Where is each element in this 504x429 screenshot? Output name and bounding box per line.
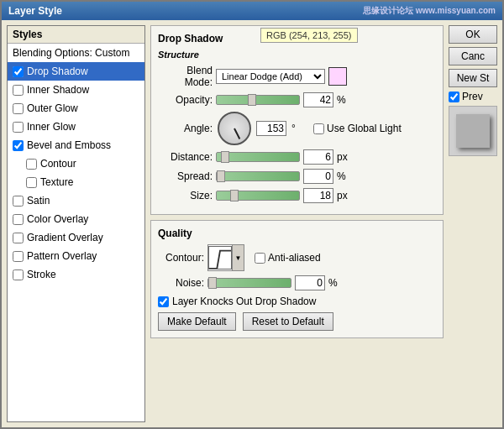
quality-title: Quality xyxy=(158,228,436,239)
style-label-pattern-overlay: Pattern Overlay xyxy=(27,249,97,264)
make-default-button[interactable]: Make Default xyxy=(158,312,236,331)
style-item-color-overlay[interactable]: Color Overlay xyxy=(8,210,144,228)
style-item-contour[interactable]: Contour xyxy=(8,154,144,173)
opacity-unit: % xyxy=(337,94,354,106)
color-swatch[interactable] xyxy=(328,67,347,86)
preview-box xyxy=(449,106,497,156)
reset-to-default-button[interactable]: Reset to Default xyxy=(243,312,333,331)
noise-label: Noise: xyxy=(158,277,204,289)
contour-dropdown-btn[interactable]: ▼ xyxy=(232,245,244,270)
preview-checkbox[interactable] xyxy=(449,92,459,102)
spread-row: Spread: % xyxy=(158,169,436,184)
quality-section: Quality Contour: ▼ Anti-alia xyxy=(150,220,444,338)
style-item-texture[interactable]: Texture xyxy=(8,173,144,191)
style-item-satin[interactable]: Satin xyxy=(8,191,144,210)
style-item-stroke[interactable]: Stroke xyxy=(8,265,144,284)
style-item-gradient-overlay[interactable]: Gradient Overlay xyxy=(8,228,144,247)
style-checkbox-contour[interactable] xyxy=(26,159,37,170)
ok-button[interactable]: OK xyxy=(449,25,497,44)
style-label-drop-shadow: Drop Shadow xyxy=(27,64,88,79)
contour-label: Contour: xyxy=(158,252,204,264)
distance-row: Distance: px xyxy=(158,149,436,165)
style-label-bevel-emboss: Bevel and Emboss xyxy=(27,138,111,153)
blend-mode-select[interactable]: Linear Dodge (Add) Normal Multiply Scree… xyxy=(216,69,325,84)
watermark: 思缘设计论坛 www.missyuan.com xyxy=(363,5,496,17)
noise-slider[interactable] xyxy=(207,278,291,288)
opacity-label: Opacity: xyxy=(158,94,213,106)
title-bar: Layer Style 思缘设计论坛 www.missyuan.com xyxy=(2,2,502,20)
style-item-pattern-overlay[interactable]: Pattern Overlay xyxy=(8,247,144,265)
size-slider[interactable] xyxy=(216,191,300,201)
size-row: Size: px xyxy=(158,188,436,203)
spread-label: Spread: xyxy=(158,170,213,182)
distance-slider[interactable] xyxy=(216,152,300,162)
blend-mode-row: Blend Mode: Linear Dodge (Add) Normal Mu… xyxy=(158,65,436,88)
opacity-input[interactable] xyxy=(303,92,333,107)
anti-aliased-label: Anti-aliased xyxy=(255,252,321,264)
layer-knocks-row: Layer Knocks Out Drop Shadow xyxy=(158,296,436,307)
style-label-inner-glow: Inner Glow xyxy=(27,119,76,134)
bottom-buttons: Make Default Reset to Default xyxy=(158,312,436,331)
anti-aliased-text: Anti-aliased xyxy=(268,252,321,264)
preview-check-row: Prev xyxy=(449,91,497,102)
cancel-button[interactable]: Canc xyxy=(449,47,497,65)
spread-input[interactable] xyxy=(303,169,333,184)
style-item-inner-shadow[interactable]: Inner Shadow xyxy=(8,81,144,99)
angle-input[interactable] xyxy=(256,121,286,136)
preview-label: Prev xyxy=(462,91,483,102)
style-item-inner-glow[interactable]: Inner Glow xyxy=(8,118,144,136)
size-input[interactable] xyxy=(303,188,333,203)
style-checkbox-pattern-overlay[interactable] xyxy=(13,251,24,262)
style-label-blending-options: Blending Options: Custom xyxy=(13,45,129,60)
spread-slider[interactable] xyxy=(216,171,300,181)
opacity-slider[interactable] xyxy=(216,95,300,105)
style-checkbox-drop-shadow[interactable] xyxy=(13,66,24,77)
style-checkbox-color-overlay[interactable] xyxy=(13,214,24,225)
style-checkbox-texture[interactable] xyxy=(26,177,37,188)
spread-unit: % xyxy=(337,170,354,182)
distance-input[interactable] xyxy=(303,149,333,165)
layer-knocks-label: Layer Knocks Out Drop Shadow xyxy=(172,296,316,307)
noise-input[interactable] xyxy=(295,275,325,290)
style-checkbox-outer-glow[interactable] xyxy=(13,103,24,114)
angle-row: Angle: ° Use Global Light xyxy=(158,112,436,145)
style-label-stroke: Stroke xyxy=(27,267,56,282)
opacity-row: Opacity: % xyxy=(158,92,436,107)
styles-list: Blending Options: CustomDrop ShadowInner… xyxy=(8,44,144,421)
style-label-texture: Texture xyxy=(40,175,73,190)
style-item-blending-options[interactable]: Blending Options: Custom xyxy=(8,44,144,62)
angle-label: Angle: xyxy=(158,123,213,134)
style-item-bevel-emboss[interactable]: Bevel and Emboss xyxy=(8,136,144,154)
style-checkbox-stroke[interactable] xyxy=(13,269,24,280)
noise-row: Noise: % xyxy=(158,275,436,290)
size-slider-container: px xyxy=(216,188,354,203)
drop-shadow-section: Drop Shadow Structure RGB (254, 213, 255… xyxy=(150,25,444,215)
style-checkbox-inner-shadow[interactable] xyxy=(13,85,24,96)
contour-select-wrap[interactable]: ▼ xyxy=(207,244,244,271)
noise-unit: % xyxy=(328,277,345,289)
style-item-outer-glow[interactable]: Outer Glow xyxy=(8,99,144,118)
blend-mode-label: Blend Mode: xyxy=(158,65,213,88)
anti-aliased-checkbox[interactable] xyxy=(255,253,265,264)
global-light-checkbox-label: Use Global Light xyxy=(313,123,402,134)
angle-needle xyxy=(234,128,240,139)
panels-area: Drop Shadow Structure RGB (254, 213, 255… xyxy=(150,25,444,422)
style-checkbox-bevel-emboss[interactable] xyxy=(13,140,24,151)
global-light-checkbox[interactable] xyxy=(313,123,324,134)
drop-shadow-title: Drop Shadow xyxy=(158,33,436,44)
layer-knocks-checkbox[interactable] xyxy=(158,296,169,307)
distance-slider-container: px xyxy=(216,149,354,165)
style-label-satin: Satin xyxy=(27,193,50,208)
style-checkbox-satin[interactable] xyxy=(13,196,24,207)
style-label-inner-shadow: Inner Shadow xyxy=(27,82,89,97)
action-buttons-col: OK Canc New St Prev xyxy=(449,25,497,422)
angle-dial[interactable] xyxy=(218,112,251,145)
style-checkbox-gradient-overlay[interactable] xyxy=(13,233,24,243)
structure-title: Structure xyxy=(158,50,436,60)
new-style-button[interactable]: New St xyxy=(449,69,497,87)
size-unit: px xyxy=(337,190,354,201)
styles-panel: Styles Blending Options: CustomDrop Shad… xyxy=(7,25,145,422)
preview-inner xyxy=(456,114,490,148)
style-checkbox-inner-glow[interactable] xyxy=(13,122,24,133)
style-item-drop-shadow[interactable]: Drop Shadow xyxy=(8,62,144,81)
